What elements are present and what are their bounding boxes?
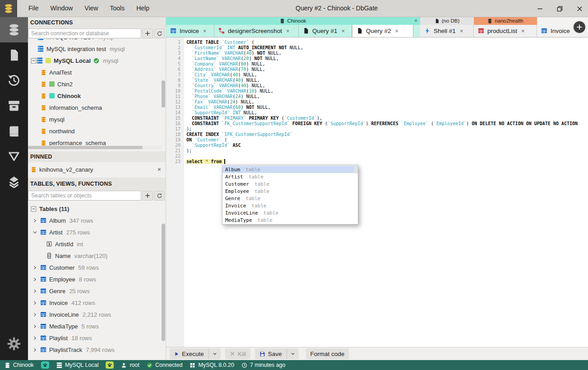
chevron-right-icon[interactable]	[32, 312, 37, 317]
tables-search-input[interactable]	[28, 191, 141, 201]
tab-invoice[interactable]: Invoice×	[166, 25, 214, 37]
sql-editor[interactable]: 1CREATE TABLE `Customer` (2 `CustomerId`…	[166, 37, 588, 347]
table-playlist[interactable]: Playlist18 rows	[28, 332, 166, 344]
connection-mysql-integration-test[interactable]: MySQL integration testmysql	[28, 43, 166, 55]
tab-close-icon[interactable]: ×	[342, 28, 345, 34]
tab-close-icon[interactable]: ×	[203, 28, 207, 34]
unpin-close-icon[interactable]: ×	[156, 166, 163, 173]
database-chinook[interactable]: Chinook	[28, 90, 166, 102]
code-line: 23select * from	[166, 159, 588, 164]
menu-file[interactable]: File	[23, 0, 45, 17]
connections-scrollbar-thumb[interactable]	[162, 80, 165, 108]
table-artist[interactable]: Artist275 rows	[28, 226, 166, 238]
collapse-box-icon[interactable]	[31, 206, 37, 212]
autocomplete-item-invoiceline[interactable]: InvoiceLinetable	[222, 209, 358, 216]
refresh-connections-button[interactable]	[154, 28, 165, 38]
row-count: 7,994 rows	[86, 347, 115, 353]
refresh-tables-button[interactable]	[154, 191, 165, 201]
add-connection-button[interactable]	[142, 28, 153, 38]
tab-close-icon[interactable]: ×	[395, 28, 399, 34]
activity-history-icon[interactable]	[0, 68, 28, 93]
autocomplete-item-genre[interactable]: Genretable	[222, 195, 358, 202]
chevron-down-icon[interactable]	[32, 230, 37, 235]
autocomplete-item-artist[interactable]: Artisttable	[222, 173, 358, 180]
kill-button[interactable]: Kill	[225, 348, 250, 359]
database-chin2[interactable]: Chin2	[28, 78, 166, 90]
activity-database-icon[interactable]	[0, 17, 28, 42]
chevron-right-icon[interactable]	[32, 265, 37, 270]
column-artistid[interactable]: 1ArtistIdint	[28, 238, 166, 250]
save-button[interactable]: Save	[255, 348, 287, 359]
connections-header: CONNECTIONS	[28, 17, 166, 28]
new-tab-button[interactable]	[573, 20, 586, 34]
tables-scrollbar-thumb[interactable]	[162, 224, 165, 341]
table-invoice[interactable]: Invoice412 rows	[28, 297, 166, 309]
autocomplete-scrollbar-thumb[interactable]	[354, 166, 357, 173]
database-information-schema[interactable]: information_schema	[28, 102, 166, 113]
database-mysql[interactable]: mysql	[28, 113, 166, 125]
connection-mysql-wd-test[interactable]: MYSQL WD TESTmysql	[28, 39, 166, 43]
activity-layers-icon[interactable]	[0, 169, 28, 194]
tab-designerscreenshot[interactable]: designerScreenshot×	[214, 25, 299, 37]
tab-query-1[interactable]: Query #1×	[299, 25, 352, 37]
chevron-right-icon[interactable]	[32, 289, 37, 294]
save-dropdown-button[interactable]	[287, 348, 299, 359]
table-genre[interactable]: Genre25 rows	[28, 285, 166, 297]
connections-search-input[interactable]	[28, 28, 141, 38]
autocomplete-item-album[interactable]: Albumtable	[222, 166, 358, 173]
table-employee[interactable]: Employee8 rows	[28, 273, 166, 285]
chevron-right-icon[interactable]	[32, 218, 37, 223]
table-album[interactable]: Album347 rows	[28, 215, 166, 226]
database-analtest[interactable]: AnalTest	[28, 66, 166, 78]
connections-hscrollbar[interactable]	[28, 145, 161, 150]
table-playlisttrack[interactable]: PlaylistTrack7,994 rows	[28, 344, 166, 356]
label: Customer	[49, 264, 74, 271]
collapse-box-icon[interactable]	[31, 58, 37, 64]
activity-archive-icon[interactable]	[0, 93, 28, 118]
chevron-right-icon[interactable]	[32, 347, 37, 352]
autocomplete-item-mediatype[interactable]: MediaTypetable	[222, 216, 358, 224]
autocomplete-item-customer[interactable]: Customertable	[222, 180, 358, 187]
chevron-right-icon[interactable]	[32, 300, 37, 305]
tab-productlist[interactable]: productList×	[474, 25, 537, 37]
chevron-right-icon[interactable]	[32, 277, 37, 282]
restore-button[interactable]	[555, 4, 565, 14]
close-button[interactable]	[574, 4, 584, 14]
tables-root[interactable]: Tables (11)	[28, 203, 166, 215]
tab-group-header[interactable]: nano2health	[474, 17, 537, 25]
autocomplete-item-invoice[interactable]: Invoicetable	[222, 202, 358, 209]
tab-close-icon[interactable]: ×	[521, 28, 525, 34]
format-code-button[interactable]: Format code	[306, 348, 349, 359]
menu-tools[interactable]: Tools	[104, 0, 130, 17]
database-northwind[interactable]: northwind	[28, 125, 166, 137]
column-name[interactable]: Namevarchar(120)	[28, 250, 166, 262]
table-mediatype[interactable]: MediaType5 rows	[28, 320, 166, 332]
tab-shell-1[interactable]: Shell #1×	[420, 25, 474, 37]
execute-dropdown-button[interactable]	[208, 348, 221, 359]
execute-button[interactable]: Execute	[170, 348, 208, 359]
menu-window[interactable]: Window	[45, 0, 79, 17]
tab-close-icon[interactable]: ×	[286, 28, 290, 34]
connection-mysql-local[interactable]: MySQL Localmysql	[28, 55, 166, 66]
hscrollbar-thumb[interactable]	[28, 146, 143, 149]
chevron-right-icon[interactable]	[32, 336, 37, 341]
menu-help[interactable]: Help	[130, 0, 155, 17]
chevron-right-icon[interactable]	[32, 324, 37, 329]
autocomplete-item-employee[interactable]: Employeetable	[222, 187, 358, 195]
add-table-button[interactable]	[142, 191, 153, 201]
activity-file-icon[interactable]	[0, 42, 28, 68]
tab-close-icon[interactable]: ×	[460, 28, 463, 34]
activity-triangle-icon[interactable]	[0, 144, 28, 169]
menu-view[interactable]: View	[79, 0, 104, 17]
tab-group-header[interactable]: Chinook×	[166, 17, 420, 25]
table-invoiceline[interactable]: InvoiceLine2,212 rows	[28, 309, 166, 320]
table-customer[interactable]: Customer59 rows	[28, 262, 166, 273]
tab-query-2[interactable]: Query #2×	[352, 25, 413, 37]
group-close-icon[interactable]: ×	[414, 18, 417, 24]
activity-book-icon[interactable]	[0, 118, 28, 144]
tab-group-header[interactable]: (no DB)	[420, 17, 474, 25]
pinned-knihovna-v2-canary[interactable]: knihovna_v2_canary×	[28, 163, 166, 176]
minimize-button[interactable]	[535, 4, 545, 14]
svg-text:1: 1	[48, 242, 50, 246]
activity-gear-icon[interactable]	[0, 331, 28, 356]
